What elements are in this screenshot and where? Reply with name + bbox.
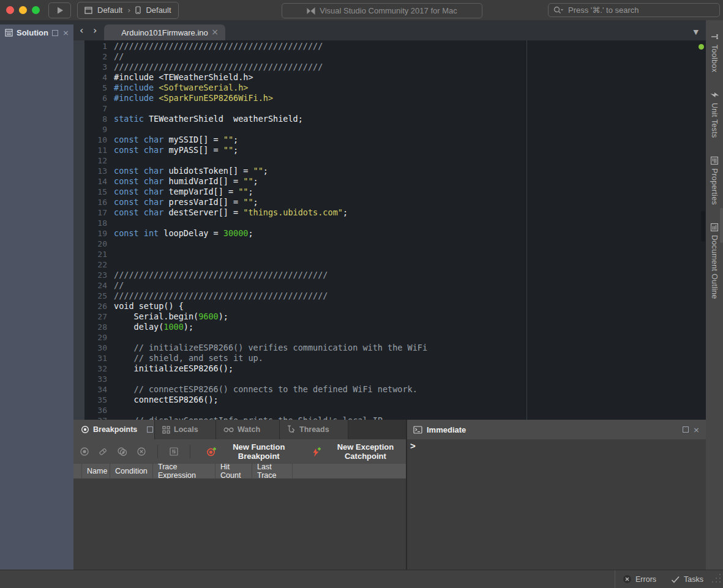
debug-tab-label: Threads	[299, 425, 329, 434]
navigate-back-icon[interactable]: ‹	[80, 26, 83, 35]
immediate-console[interactable]: >	[407, 439, 706, 570]
navigate-forward-icon[interactable]: ›	[93, 26, 97, 35]
debug-tab-threads[interactable]: Threads	[280, 420, 348, 439]
locals-icon	[162, 426, 170, 434]
dock-pad-icon[interactable]	[683, 426, 689, 433]
code-line[interactable]: 25//////////////////////////////////////…	[73, 291, 700, 301]
code-line[interactable]: 33	[73, 374, 700, 384]
code-line[interactable]: 32 initializeESP8266();	[73, 363, 700, 374]
code-line[interactable]: 22	[73, 259, 700, 270]
debug-tab-watch[interactable]: Watch	[216, 420, 280, 439]
tab-list-dropdown-icon[interactable]: ▼	[694, 28, 699, 36]
code-line[interactable]: 17const char destServer[] = "things.ubid…	[73, 207, 700, 218]
code-line[interactable]: 30 // initializeESP8266() verifies commu…	[73, 343, 700, 353]
left-top-gap	[0, 20, 73, 24]
dock-tab-toolbox[interactable]: Toolbox	[710, 32, 719, 72]
close-pad-icon[interactable]: ×	[62, 29, 69, 37]
clear-breakpoint-icon[interactable]	[98, 447, 108, 456]
breakpoint-properties-icon[interactable]	[169, 447, 179, 456]
code-line[interactable]: 16const char pressVarId[] = "";	[73, 197, 700, 207]
configuration-selector[interactable]: Default › Default	[77, 2, 179, 19]
code-line[interactable]: 18	[73, 218, 700, 228]
zoom-window-button[interactable]	[32, 6, 40, 14]
code-text: const char pressVarId[] = "";	[114, 197, 258, 207]
new-function-breakpoint-button[interactable]: New Function Breakpoint	[206, 442, 298, 461]
tasks-label: Tasks	[684, 575, 703, 584]
code-line[interactable]: 36	[73, 405, 700, 415]
code-line[interactable]: 29	[73, 332, 700, 343]
window-scrollbar-thumb[interactable]	[720, 208, 723, 243]
dock-pad-icon[interactable]	[52, 30, 58, 36]
code-line[interactable]: 34 // connectESP8266() connects to the d…	[73, 384, 700, 395]
quick-task-status-icon[interactable]	[699, 44, 704, 50]
code-line[interactable]: 13const char ubidotsToken[] = "";	[73, 166, 700, 176]
column-header-last-trace[interactable]: Last Trace	[252, 464, 293, 478]
code-line[interactable]: 20	[73, 239, 700, 249]
code-line[interactable]: 8static TEWeatherShield weatherShield;	[73, 114, 700, 124]
code-line[interactable]: 21	[73, 249, 700, 259]
new-breakpoint-icon[interactable]	[80, 447, 89, 456]
code-line[interactable]: 4#include <TEWeatherShield.h>	[73, 72, 700, 83]
column-header-condition[interactable]: Condition	[110, 464, 153, 478]
code-line[interactable]: 3///////////////////////////////////////…	[73, 62, 700, 72]
tasks-button[interactable]: Tasks	[664, 575, 711, 584]
code-line[interactable]: 28 delay(1000);	[73, 322, 700, 332]
dock-pad-icon[interactable]	[147, 426, 153, 433]
remove-all-breakpoints-icon[interactable]	[137, 447, 146, 456]
code-line[interactable]: 26void setup() {	[73, 301, 700, 311]
resize-grip[interactable]	[711, 573, 722, 586]
code-line[interactable]: 19const int loopDelay = 30000;	[73, 228, 700, 239]
new-exception-catchpoint-button[interactable]: New Exception Catchpoint	[311, 442, 406, 461]
code-line[interactable]: 7	[73, 103, 700, 114]
debug-tab-label: Breakpoints	[93, 425, 137, 434]
code-line[interactable]: 15const char tempVarId[] = "";	[73, 187, 700, 197]
immediate-icon	[413, 426, 422, 434]
minimize-window-button[interactable]	[19, 6, 27, 14]
line-number: 21	[73, 249, 107, 259]
run-button[interactable]	[48, 2, 71, 18]
close-tab-icon[interactable]: ×	[211, 27, 219, 37]
dock-tab-document-outline[interactable]: Document Outline	[710, 223, 719, 299]
code-line[interactable]: 6#include <SparkFunESP8266WiFi.h>	[73, 93, 700, 103]
dock-tab-unit-tests[interactable]: Unit Tests	[710, 91, 719, 138]
code-line[interactable]: 1///////////////////////////////////////…	[73, 41, 700, 51]
code-line[interactable]: 37 // displayConnectInfo prints the Shie…	[73, 415, 700, 420]
breakpoints-list[interactable]	[73, 478, 406, 570]
document-tab[interactable]: Arduino101Firmware.ino ×	[104, 24, 225, 40]
search-input[interactable]: Press '⌘.' to search	[548, 3, 720, 17]
code-editor[interactable]: 1///////////////////////////////////////…	[73, 40, 706, 420]
code-line[interactable]: 27 Serial.begin(9600);	[73, 311, 700, 322]
code-line[interactable]: 23//////////////////////////////////////…	[73, 270, 700, 280]
editor-scrollbar-thumb[interactable]	[701, 211, 705, 242]
column-header-trace-expression[interactable]: Trace Expression	[153, 464, 215, 478]
code-line[interactable]: 24//	[73, 280, 700, 291]
code-line[interactable]: 10const char mySSID[] = "";	[73, 135, 700, 145]
new-function-breakpoint-label: New Function Breakpoint	[220, 442, 298, 461]
code-line[interactable]: 9	[73, 124, 700, 135]
code-line[interactable]: 14const char humidVarId[] = "";	[73, 176, 700, 187]
breakpoints-column-headers: NameConditionTrace ExpressionHit CountLa…	[73, 464, 406, 478]
debug-tab-locals[interactable]: Locals	[155, 420, 216, 439]
dock-tab-properties[interactable]: Properties	[710, 157, 719, 205]
code-text: const char tempVarId[] = "";	[114, 187, 253, 197]
solution-tree[interactable]	[0, 41, 73, 586]
threads-icon	[287, 425, 296, 434]
column-header-name[interactable]: Name	[82, 464, 110, 478]
code-line[interactable]: 5#include <SoftwareSerial.h>	[73, 83, 700, 93]
app-window: Default › Default Visual Studio Communit…	[0, 0, 723, 588]
config-device-label: Default	[146, 6, 171, 15]
column-header-gutter	[73, 464, 82, 478]
breakpoints-toolbar: New Function Breakpoint New Exception Ca…	[73, 439, 406, 464]
code-line[interactable]: 12	[73, 155, 700, 166]
code-text: initializeESP8266();	[114, 363, 233, 374]
code-line[interactable]: 11const char myPASS[] = "";	[73, 145, 700, 155]
column-header-hit-count[interactable]: Hit Count	[215, 464, 252, 478]
code-line[interactable]: 31 // shield, and sets it up.	[73, 353, 700, 363]
close-window-button[interactable]	[6, 6, 14, 14]
close-pad-icon[interactable]: ×	[693, 426, 700, 434]
code-line[interactable]: 2//	[73, 51, 700, 62]
debug-tab-breakpoints[interactable]: Breakpoints×	[73, 420, 155, 439]
code-line[interactable]: 35 connectESP8266();	[73, 395, 700, 405]
disable-all-breakpoints-icon[interactable]	[117, 447, 128, 456]
errors-button[interactable]: Errors	[615, 575, 664, 584]
